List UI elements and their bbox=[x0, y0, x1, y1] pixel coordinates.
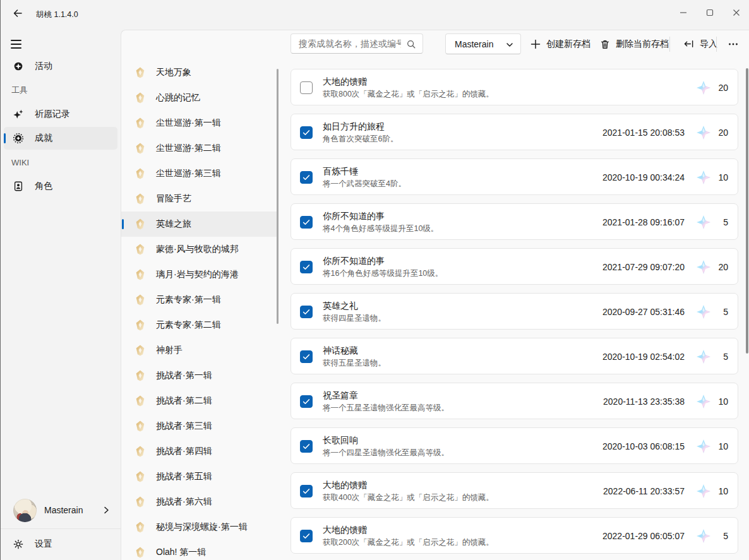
category-item[interactable]: 尘世巡游·第二辑 bbox=[121, 136, 277, 161]
achievement-date: 2020-10-19 02:54:02 bbox=[602, 350, 685, 363]
category-label: 秘境与深境螺旋·第一辑 bbox=[156, 521, 248, 533]
chevron-right-icon bbox=[102, 506, 111, 515]
category-list: 天地万象 心跳的记忆 尘世巡游·第一辑 尘世巡游·第二辑 尘世巡游·第三辑 bbox=[121, 60, 277, 560]
category-item[interactable]: 璃月·岩与契约的海港 bbox=[121, 262, 277, 287]
achievement-description: 将一个五星圣遗物强化至最高等级。 bbox=[323, 402, 449, 414]
sidebar-item-achievement[interactable]: 成就 bbox=[4, 127, 117, 150]
category-emblem-icon bbox=[134, 395, 147, 407]
plus-icon bbox=[530, 39, 541, 49]
achievement-checkbox[interactable] bbox=[300, 306, 313, 318]
achievement-card: 祝圣篇章 将一个五星圣遗物强化至最高等级。 2020-11-13 23:35:3… bbox=[291, 383, 738, 419]
user-name: Masterain bbox=[44, 505, 83, 515]
achievement-checkbox[interactable] bbox=[300, 261, 313, 273]
achievement-checkbox[interactable] bbox=[300, 81, 313, 94]
check-icon bbox=[302, 128, 311, 137]
sidebar-item-label: 活动 bbox=[35, 61, 52, 72]
category-item[interactable]: 挑战者·第六辑 bbox=[121, 489, 277, 515]
achievement-title: 祝圣篇章 bbox=[323, 389, 358, 402]
search-icon bbox=[406, 39, 416, 49]
close-button[interactable] bbox=[723, 0, 749, 25]
sidebar-item-wish[interactable]: 祈愿记录 bbox=[4, 103, 117, 126]
achievement-description: 获取200次「藏金之花」或「启示之花」的馈藏。 bbox=[323, 537, 494, 548]
category-emblem-icon bbox=[134, 420, 147, 432]
achievement-title: 长歌回响 bbox=[323, 434, 358, 446]
category-item[interactable]: 元素专家·第一辑 bbox=[121, 287, 277, 313]
achievement-checkbox[interactable] bbox=[300, 530, 313, 542]
category-label: 天地万象 bbox=[156, 67, 191, 78]
titlebar: 胡桃 1.1.4.0 bbox=[1, 0, 749, 30]
category-item[interactable]: 挑战者·第四辑 bbox=[121, 439, 277, 464]
achievement-reward-count: 5 bbox=[707, 306, 728, 318]
sidebar-item-activity[interactable]: 活动 bbox=[4, 55, 117, 78]
achievement-description: 获得四星圣遗物。 bbox=[323, 313, 386, 324]
achievement-description: 将一个四星圣遗物强化至最高等级。 bbox=[323, 447, 449, 458]
search-input[interactable] bbox=[291, 34, 422, 53]
delete-archive-label: 删除当前存档 bbox=[616, 39, 669, 50]
category-label: 挑战者·第四辑 bbox=[156, 446, 212, 457]
create-archive-label: 创建新存档 bbox=[546, 39, 590, 50]
achievement-card: 大地的馈赠 获取800次「藏金之花」或「启示之花」的馈藏。 20 bbox=[291, 69, 738, 105]
trash-icon bbox=[600, 39, 610, 49]
category-label: 尘世巡游·第一辑 bbox=[156, 117, 221, 129]
achievement-reward-count: 20 bbox=[707, 126, 728, 139]
category-item[interactable]: 尘世巡游·第一辑 bbox=[121, 110, 277, 136]
achievement-checkbox[interactable] bbox=[300, 216, 313, 229]
achievement-title: 百炼千锤 bbox=[323, 165, 358, 177]
achievement-reward-count: 10 bbox=[707, 395, 728, 408]
category-item[interactable]: 天地万象 bbox=[121, 60, 277, 85]
category-item[interactable]: 蒙德·风与牧歌的城邦 bbox=[121, 237, 277, 262]
category-label: Olah! 第一辑 bbox=[156, 547, 206, 558]
nav-icon bbox=[12, 109, 24, 121]
page-scrollbar[interactable] bbox=[746, 68, 748, 354]
achievement-checkbox[interactable] bbox=[300, 485, 313, 497]
achievement-checkbox[interactable] bbox=[300, 395, 313, 408]
achievement-description: 角色首次突破至6阶。 bbox=[323, 133, 398, 145]
achievement-card: 如日方升的旅程 角色首次突破至6阶。 2021-01-15 20:08:53 2… bbox=[291, 114, 738, 150]
achievement-checkbox[interactable] bbox=[300, 126, 313, 139]
user-account-item[interactable]: Masterain bbox=[1, 496, 121, 524]
category-emblem-icon bbox=[134, 496, 147, 508]
category-item[interactable]: 心跳的记忆 bbox=[121, 85, 277, 110]
achievement-checkbox[interactable] bbox=[300, 350, 313, 363]
category-scrollbar[interactable] bbox=[277, 69, 279, 324]
category-item[interactable]: 英雄之旅 bbox=[121, 211, 277, 237]
back-button[interactable] bbox=[7, 4, 28, 23]
import-icon bbox=[683, 39, 694, 49]
sidebar-item-settings[interactable]: 设置 bbox=[4, 532, 117, 556]
nav-icon bbox=[12, 133, 24, 145]
achievement-description: 将一个武器突破至4阶。 bbox=[323, 178, 406, 189]
category-item[interactable]: 挑战者·第一辑 bbox=[121, 363, 277, 388]
achievement-card: 百炼千锤 将一个武器突破至4阶。 2020-10-19 00:34:24 10 bbox=[291, 158, 738, 195]
achievement-title: 大地的馈赠 bbox=[323, 75, 367, 88]
category-item[interactable]: 挑战者·第二辑 bbox=[121, 388, 277, 414]
category-emblem-icon bbox=[134, 218, 147, 230]
category-item[interactable]: 挑战者·第五辑 bbox=[121, 464, 277, 489]
minimize-button[interactable] bbox=[670, 0, 697, 25]
delete-archive-button[interactable]: 删除当前存档 bbox=[594, 33, 675, 54]
achievement-date: 2022-01-29 06:05:07 bbox=[602, 530, 685, 542]
achievement-card: 神话秘藏 获得五星圣遗物。 2020-10-19 02:54:02 5 bbox=[291, 338, 738, 374]
category-item[interactable]: Olah! 第一辑 bbox=[121, 540, 277, 560]
check-icon bbox=[302, 218, 311, 227]
sidebar-item-character[interactable]: 角色 bbox=[4, 175, 117, 198]
more-options-button[interactable] bbox=[721, 33, 745, 54]
archive-selector[interactable]: Masterain bbox=[445, 33, 521, 54]
achievement-checkbox[interactable] bbox=[300, 440, 313, 453]
create-archive-button[interactable]: 创建新存档 bbox=[524, 33, 597, 54]
category-item[interactable]: 秘境与深境螺旋·第一辑 bbox=[121, 515, 277, 540]
category-item[interactable]: 神射手 bbox=[121, 338, 277, 363]
achievement-date: 2020-11-13 23:35:38 bbox=[603, 395, 685, 408]
maximize-button[interactable] bbox=[697, 0, 723, 25]
category-item[interactable]: 元素专家·第二辑 bbox=[121, 313, 277, 338]
check-icon bbox=[302, 352, 311, 361]
nav-toggle-button[interactable] bbox=[4, 35, 29, 54]
close-icon bbox=[733, 9, 740, 16]
category-emblem-icon bbox=[134, 294, 147, 306]
achievement-checkbox[interactable] bbox=[300, 171, 313, 184]
window-title: 胡桃 1.1.4.0 bbox=[36, 9, 78, 20]
category-item[interactable]: 尘世巡游·第三辑 bbox=[121, 161, 277, 186]
achievement-reward-count: 5 bbox=[707, 530, 728, 542]
category-item[interactable]: 冒险手艺 bbox=[121, 186, 277, 211]
category-item[interactable]: 挑战者·第三辑 bbox=[121, 414, 277, 439]
category-emblem-icon bbox=[134, 142, 147, 155]
